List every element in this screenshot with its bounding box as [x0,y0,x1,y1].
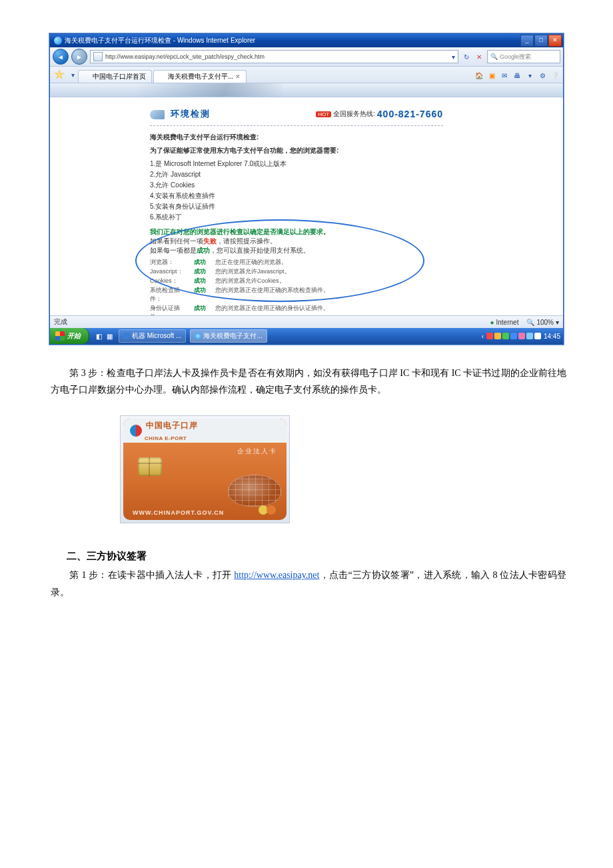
page-banner [50,83,563,97]
ie-window: 海关税费电子支付平台运行环境检查 - Windows Internet Expl… [49,33,564,345]
search-placeholder: Google搜索 [500,53,531,61]
req-item: 3.允许 Cookies [150,181,443,190]
section-2-heading: 二、三方协议签署 [67,550,566,563]
section-title: 环境检测 [171,109,211,119]
easipay-link[interactable]: http://www.easipay.net [234,570,319,580]
ic-card-title-en: CHINA E-PORT [145,435,187,441]
tray-icon[interactable] [494,333,501,339]
hotline-label: 全国服务热线: [333,109,375,119]
tray-icon[interactable] [486,333,493,339]
tray-icon[interactable] [502,333,509,339]
tab-1-label: 中国电子口岸首页 [93,72,146,81]
start-label: 开始 [67,331,81,341]
section2-paragraph: 第 1 步：在读卡器中插入法人卡，打开 http://www.easipay.n… [51,567,566,600]
maximize-button[interactable]: □ [534,35,548,47]
tray-icon[interactable] [526,333,533,339]
ie-icon [195,333,201,339]
check-row: 身份认证插件：成功您的浏览器正在使用正确的身份认证插件。 [150,304,443,315]
eport-logo-icon [130,425,142,437]
internet-zone: ● Internet [490,319,518,326]
check-heading: 海关税费电子支付平台运行环境检查: [150,133,443,142]
tray-icon[interactable] [510,333,517,339]
search-icon: 🔍 [490,53,498,60]
hotline: HOT 全国服务热线: 400-821-7660 [316,109,443,119]
s2-text-a: 第 1 步：在读卡器中插入法人卡，打开 [69,570,234,580]
app-icon [123,333,130,339]
requirements-title: 为了保证能够正常使用东方电子支付平台功能，您的浏览器需要: [150,146,443,155]
help-icon[interactable]: ❔ [550,70,560,81]
page-icon [84,73,91,80]
tab-strip: ▾ 中国电子口岸首页 海关税费电子支付平... ✕ 🏠 ▣ ✉ 🖶 ▾ ⚙ ❔ [50,67,563,83]
home-icon[interactable]: 🏠 [474,70,484,81]
checking-line: 我们正在对您的浏览器进行检查以确定是否满足以上的要求。 [150,227,443,237]
forward-button[interactable]: ► [71,49,87,65]
url-text: http://www.easipay.net/epcLock_site_patc… [105,53,449,60]
page-icon [93,52,103,61]
tray-icon[interactable] [534,333,541,339]
print-icon[interactable]: 🖶 [512,70,522,81]
minimize-button[interactable]: _ [520,35,534,47]
tray-expand-icon[interactable]: ‹ [482,333,484,340]
globe-icon: ● [490,319,494,326]
decor-dot [267,505,276,515]
ok-hint: 如果每一项都是成功，您可以直接开始使用支付系统。 [150,246,443,255]
ic-card-type: 企业法人卡 [237,447,277,456]
fav-dropdown-icon[interactable]: ▾ [67,69,78,80]
start-button[interactable]: 开始 [50,328,89,344]
req-item: 4.安装有系统检查插件 [150,191,443,201]
hotline-number: 400-821-7660 [377,109,443,119]
task-label: 海关税费电子支付... [203,331,262,341]
titlebar: 海关税费电子支付平台运行环境检查 - Windows Internet Expl… [50,34,563,47]
mail-icon[interactable]: ✉ [499,70,510,81]
back-button[interactable]: ◄ [53,49,69,65]
internet-label: Internet [496,319,519,326]
clock: 14:45 [544,333,560,340]
zoom-icon: 🔍 [526,319,534,326]
req-item: 2.允许 Javascript [150,170,443,179]
tray-icon[interactable] [518,333,525,339]
dropdown-icon[interactable]: ▾ [452,53,455,61]
zoom-value: 100% [536,319,554,326]
tray-icons [486,333,541,339]
step3-text: 第 3 步：检查电子口岸法人卡及操作员卡是否在有效期内，如没有获得电子口岸 IC… [51,368,566,395]
check-results-zone: 我们正在对您的浏览器进行检查以确定是否满足以上的要求。 如果看到任何一项失败，请… [150,226,443,315]
favorites-icon[interactable] [54,69,65,80]
req-item: 1.是 Microsoft Internet Explorer 7.0或以上版本 [150,159,443,169]
check-row: 系统检查插件：成功您的浏览器正在使用正确的系统检查插件。 [150,286,443,303]
check-row: 浏览器：成功您正在使用正确的浏览器。 [150,258,443,267]
fail-hint: 如果看到任何一项失败，请按照提示操作。 [150,237,443,246]
task-button[interactable]: 机器 Microsoft ... [119,329,186,343]
page-icon [159,73,166,80]
address-bar[interactable]: http://www.easipay.net/epcLock_site_patc… [90,50,458,63]
zoom-dropdown-icon: ▾ [556,319,559,326]
status-bar: 完成 ● Internet 🔍 100% ▾ [50,315,563,328]
page-menu-icon[interactable]: ▾ [524,70,535,81]
requirements-list: 1.是 Microsoft Internet Explorer 7.0或以上版本… [150,159,443,222]
ie-globe-icon [54,37,62,45]
taskbar: 开始 ◧ ▦ 机器 Microsoft ... 海关税费电子支付... ‹ [50,328,563,344]
environment-icon [150,110,165,119]
close-button[interactable]: ✕ [548,35,562,47]
refresh-icon[interactable]: ↻ [461,51,472,62]
req-item: 6.系统补丁 [150,213,443,222]
quicklaunch-icon[interactable]: ▦ [104,331,115,341]
req-item: 5.安装有身份认证插件 [150,202,443,211]
tab-2[interactable]: 海关税费电子支付平... ✕ [153,70,247,83]
quicklaunch-icon[interactable]: ◧ [93,331,104,341]
tools-icon[interactable]: ⚙ [537,70,548,81]
system-tray: ‹ 14:45 [482,333,560,340]
nav-toolbar: ◄ ► http://www.easipay.net/epcLock_site_… [50,47,563,67]
status-text: 完成 [54,317,67,327]
ic-card-title-cn: 中国电子口岸 [146,421,198,430]
tab-close-icon[interactable]: ✕ [235,73,241,80]
ic-card-figure: 中国电子口岸 CHINA E-PORT 企业法人卡 WWW.CHINAPORT.… [120,415,566,523]
search-box[interactable]: 🔍 Google搜索 [487,50,560,63]
zoom-control[interactable]: 🔍 100% ▾ [526,319,559,326]
window-title: 海关税费电子支付平台运行环境检查 - Windows Internet Expl… [65,36,520,45]
stop-icon[interactable]: ✕ [474,51,484,62]
task-button[interactable]: 海关税费电子支付... [190,329,267,343]
tab-1[interactable]: 中国电子口岸首页 [78,70,152,83]
hot-badge: HOT [316,111,331,117]
feed-icon[interactable]: ▣ [486,70,497,81]
check-row: Cookies：成功您的浏览器允许Cookies。 [150,277,443,285]
